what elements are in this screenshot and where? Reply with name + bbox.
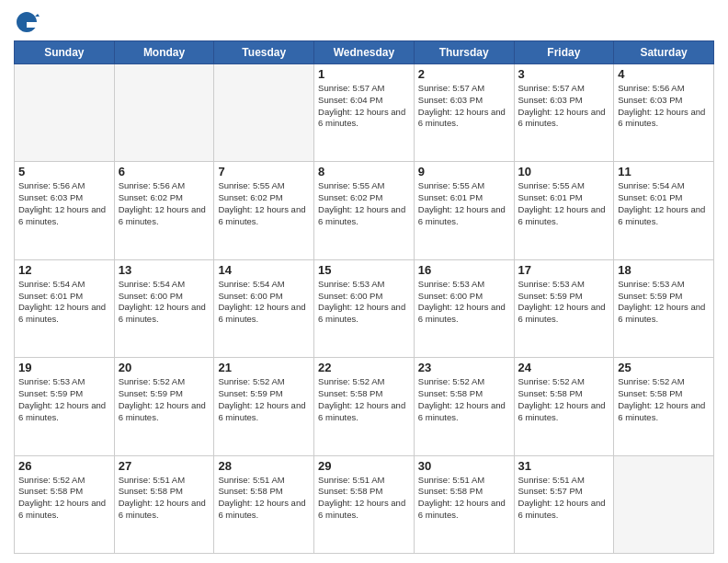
day-number: 27 xyxy=(119,459,210,473)
day-info: Sunrise: 5:57 AM Sunset: 6:03 PM Dayligh… xyxy=(518,83,610,130)
day-cell xyxy=(214,64,314,162)
day-number: 4 xyxy=(618,67,710,81)
day-number: 18 xyxy=(618,263,710,277)
day-cell: 3Sunrise: 5:57 AM Sunset: 6:03 PM Daylig… xyxy=(514,64,614,162)
day-cell: 18Sunrise: 5:53 AM Sunset: 5:59 PM Dayli… xyxy=(614,259,714,357)
header-row: SundayMondayTuesdayWednesdayThursdayFrid… xyxy=(15,41,714,64)
day-number: 6 xyxy=(119,165,210,178)
day-cell: 20Sunrise: 5:52 AM Sunset: 5:59 PM Dayli… xyxy=(114,358,214,455)
day-info: Sunrise: 5:53 AM Sunset: 6:00 PM Dayligh… xyxy=(418,279,510,326)
day-info: Sunrise: 5:52 AM Sunset: 5:59 PM Dayligh… xyxy=(119,376,210,423)
day-info: Sunrise: 5:57 AM Sunset: 6:03 PM Dayligh… xyxy=(418,83,510,130)
day-number: 22 xyxy=(318,361,410,374)
day-info: Sunrise: 5:55 AM Sunset: 6:01 PM Dayligh… xyxy=(418,180,510,227)
day-cell: 15Sunrise: 5:53 AM Sunset: 6:00 PM Dayli… xyxy=(314,259,415,357)
day-cell: 12Sunrise: 5:54 AM Sunset: 6:01 PM Dayli… xyxy=(15,259,115,357)
logo-icon xyxy=(14,9,40,35)
day-cell: 4Sunrise: 5:56 AM Sunset: 6:03 PM Daylig… xyxy=(614,64,714,162)
day-cell: 23Sunrise: 5:52 AM Sunset: 5:58 PM Dayli… xyxy=(414,358,514,455)
day-info: Sunrise: 5:51 AM Sunset: 5:58 PM Dayligh… xyxy=(218,475,310,522)
day-number: 10 xyxy=(518,165,610,178)
day-number: 15 xyxy=(318,263,410,277)
day-cell: 19Sunrise: 5:53 AM Sunset: 5:59 PM Dayli… xyxy=(15,358,115,455)
day-number: 23 xyxy=(418,361,510,374)
day-cell: 1Sunrise: 5:57 AM Sunset: 6:04 PM Daylig… xyxy=(314,64,415,162)
day-info: Sunrise: 5:53 AM Sunset: 5:59 PM Dayligh… xyxy=(18,376,110,423)
day-info: Sunrise: 5:52 AM Sunset: 5:58 PM Dayligh… xyxy=(518,376,610,423)
day-cell xyxy=(614,455,714,553)
day-info: Sunrise: 5:56 AM Sunset: 6:03 PM Dayligh… xyxy=(18,180,110,227)
day-cell: 31Sunrise: 5:51 AM Sunset: 5:57 PM Dayli… xyxy=(514,455,614,553)
day-cell: 2Sunrise: 5:57 AM Sunset: 6:03 PM Daylig… xyxy=(414,64,514,162)
header xyxy=(14,9,714,35)
day-cell: 22Sunrise: 5:52 AM Sunset: 5:58 PM Dayli… xyxy=(314,358,415,455)
calendar-table: SundayMondayTuesdayWednesdayThursdayFrid… xyxy=(14,40,714,554)
day-info: Sunrise: 5:57 AM Sunset: 6:04 PM Dayligh… xyxy=(318,83,410,130)
day-number: 17 xyxy=(518,263,610,277)
day-number: 12 xyxy=(18,263,110,277)
day-cell: 6Sunrise: 5:56 AM Sunset: 6:02 PM Daylig… xyxy=(114,162,214,259)
day-info: Sunrise: 5:55 AM Sunset: 6:02 PM Dayligh… xyxy=(318,180,410,227)
logo xyxy=(14,9,43,35)
week-row-1: 5Sunrise: 5:56 AM Sunset: 6:03 PM Daylig… xyxy=(15,162,714,259)
day-number: 31 xyxy=(518,459,610,473)
day-info: Sunrise: 5:55 AM Sunset: 6:01 PM Dayligh… xyxy=(518,180,610,227)
week-row-2: 12Sunrise: 5:54 AM Sunset: 6:01 PM Dayli… xyxy=(15,259,714,357)
day-cell: 27Sunrise: 5:51 AM Sunset: 5:58 PM Dayli… xyxy=(114,455,214,553)
col-header-thursday: Thursday xyxy=(414,41,514,64)
day-cell: 10Sunrise: 5:55 AM Sunset: 6:01 PM Dayli… xyxy=(514,162,614,259)
day-info: Sunrise: 5:51 AM Sunset: 5:58 PM Dayligh… xyxy=(418,475,510,522)
day-cell: 28Sunrise: 5:51 AM Sunset: 5:58 PM Dayli… xyxy=(214,455,314,553)
week-row-0: 1Sunrise: 5:57 AM Sunset: 6:04 PM Daylig… xyxy=(15,64,714,162)
day-number: 20 xyxy=(119,361,210,374)
day-cell: 29Sunrise: 5:51 AM Sunset: 5:58 PM Dayli… xyxy=(314,455,415,553)
day-cell: 30Sunrise: 5:51 AM Sunset: 5:58 PM Dayli… xyxy=(414,455,514,553)
day-cell xyxy=(15,64,115,162)
day-number: 25 xyxy=(618,361,710,374)
day-info: Sunrise: 5:56 AM Sunset: 6:02 PM Dayligh… xyxy=(119,180,210,227)
col-header-friday: Friday xyxy=(514,41,614,64)
day-cell: 17Sunrise: 5:53 AM Sunset: 5:59 PM Dayli… xyxy=(514,259,614,357)
day-number: 11 xyxy=(618,165,710,178)
day-number: 30 xyxy=(418,459,510,473)
day-info: Sunrise: 5:51 AM Sunset: 5:58 PM Dayligh… xyxy=(318,475,410,522)
day-info: Sunrise: 5:56 AM Sunset: 6:03 PM Dayligh… xyxy=(618,83,710,130)
day-cell: 5Sunrise: 5:56 AM Sunset: 6:03 PM Daylig… xyxy=(15,162,115,259)
day-number: 8 xyxy=(318,165,410,178)
day-cell: 8Sunrise: 5:55 AM Sunset: 6:02 PM Daylig… xyxy=(314,162,415,259)
day-info: Sunrise: 5:52 AM Sunset: 5:58 PM Dayligh… xyxy=(418,376,510,423)
day-cell: 24Sunrise: 5:52 AM Sunset: 5:58 PM Dayli… xyxy=(514,358,614,455)
day-number: 26 xyxy=(18,459,110,473)
day-number: 9 xyxy=(418,165,510,178)
day-info: Sunrise: 5:53 AM Sunset: 5:59 PM Dayligh… xyxy=(618,279,710,326)
day-number: 13 xyxy=(119,263,210,277)
day-cell: 11Sunrise: 5:54 AM Sunset: 6:01 PM Dayli… xyxy=(614,162,714,259)
day-number: 19 xyxy=(18,361,110,374)
col-header-saturday: Saturday xyxy=(614,41,714,64)
day-info: Sunrise: 5:53 AM Sunset: 6:00 PM Dayligh… xyxy=(318,279,410,326)
day-number: 21 xyxy=(218,361,310,374)
day-cell xyxy=(114,64,214,162)
day-info: Sunrise: 5:52 AM Sunset: 5:58 PM Dayligh… xyxy=(618,376,710,423)
day-number: 24 xyxy=(518,361,610,374)
day-info: Sunrise: 5:54 AM Sunset: 6:00 PM Dayligh… xyxy=(119,279,210,326)
day-cell: 21Sunrise: 5:52 AM Sunset: 5:59 PM Dayli… xyxy=(214,358,314,455)
day-info: Sunrise: 5:53 AM Sunset: 5:59 PM Dayligh… xyxy=(518,279,610,326)
day-cell: 26Sunrise: 5:52 AM Sunset: 5:58 PM Dayli… xyxy=(15,455,115,553)
day-info: Sunrise: 5:51 AM Sunset: 5:58 PM Dayligh… xyxy=(119,475,210,522)
day-number: 2 xyxy=(418,67,510,81)
day-number: 5 xyxy=(18,165,110,178)
day-number: 16 xyxy=(418,263,510,277)
day-info: Sunrise: 5:52 AM Sunset: 5:58 PM Dayligh… xyxy=(18,475,110,522)
day-number: 7 xyxy=(218,165,310,178)
day-cell: 13Sunrise: 5:54 AM Sunset: 6:00 PM Dayli… xyxy=(114,259,214,357)
day-number: 29 xyxy=(318,459,410,473)
week-row-3: 19Sunrise: 5:53 AM Sunset: 5:59 PM Dayli… xyxy=(15,358,714,455)
col-header-sunday: Sunday xyxy=(15,41,115,64)
day-cell: 7Sunrise: 5:55 AM Sunset: 6:02 PM Daylig… xyxy=(214,162,314,259)
day-info: Sunrise: 5:55 AM Sunset: 6:02 PM Dayligh… xyxy=(218,180,310,227)
day-info: Sunrise: 5:54 AM Sunset: 6:00 PM Dayligh… xyxy=(218,279,310,326)
day-cell: 9Sunrise: 5:55 AM Sunset: 6:01 PM Daylig… xyxy=(414,162,514,259)
day-number: 3 xyxy=(518,67,610,81)
day-info: Sunrise: 5:54 AM Sunset: 6:01 PM Dayligh… xyxy=(618,180,710,227)
